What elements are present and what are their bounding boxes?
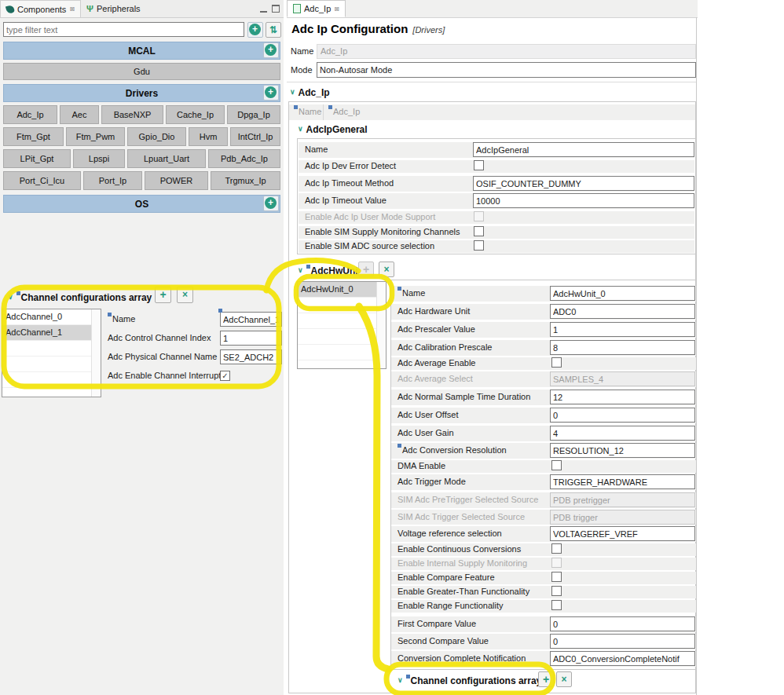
list-item-adcchannel-0[interactable]: AdcChannel_0 (2, 309, 101, 325)
continuous-conversions-checkbox[interactable] (551, 543, 562, 554)
component-button-ftm-pwm[interactable]: Ftm_Pwm (66, 127, 125, 146)
field-label: Adc User Offset (397, 408, 458, 422)
group-header-mcal[interactable]: MCAL (3, 42, 280, 60)
popup-add-channel-button[interactable]: + (155, 287, 171, 303)
drivers-row: Ftm_Gpt Ftm_Pwm Gpio_Dio Hvm IntCtrl_Ip (3, 127, 280, 146)
popup-remove-channel-button[interactable]: × (177, 287, 193, 303)
list-item-adchwunit-0[interactable]: AdcHwUnit_0 (298, 282, 386, 298)
list-item-empty (2, 357, 101, 372)
popup-channel-array-header[interactable]: ∨Channel configurations array (8, 291, 152, 303)
component-button-aec[interactable]: Aec (60, 105, 99, 124)
prescaler-value-input[interactable] (550, 322, 695, 337)
hwunit-name-input[interactable] (550, 286, 695, 301)
section-channel-array[interactable]: ∨Channel configurations array (397, 675, 541, 686)
user-offset-input[interactable] (550, 408, 695, 422)
tab-peripherals-label: Peripherals (97, 4, 141, 13)
maximize-icon[interactable] (272, 5, 280, 13)
group-header-os[interactable]: OS (3, 195, 280, 213)
channel-interrupt-checkbox[interactable]: ✓ (220, 371, 230, 381)
trigger-mode-input[interactable] (550, 474, 695, 489)
mode-select[interactable] (317, 62, 696, 78)
conversion-complete-notification-input[interactable] (550, 651, 695, 666)
sample-time-input[interactable] (550, 390, 695, 404)
component-button-gpio-dio[interactable]: Gpio_Dio (127, 127, 186, 146)
list-item-empty (298, 298, 386, 313)
field-label: Adc Calibration Prescale (397, 340, 492, 355)
tab-close-icon[interactable]: ⊠ (334, 5, 339, 13)
calibration-prescale-input[interactable] (550, 340, 695, 355)
component-button-intctrl-ip[interactable]: IntCtrl_Ip (230, 127, 280, 146)
component-button-basenxp[interactable]: BaseNXP (101, 105, 163, 124)
component-button-ftm-gpt[interactable]: Ftm_Gpt (3, 127, 64, 146)
name-row-label: Name (291, 44, 313, 59)
second-compare-input[interactable] (550, 634, 695, 649)
tab-peripherals[interactable]: Ψ Peripherals (81, 1, 146, 17)
component-button-lpit-gpt[interactable]: LPit_Gpt (3, 149, 71, 168)
modified-marker-icon (294, 105, 298, 109)
list-scrollbar[interactable] (91, 309, 101, 397)
component-button-power[interactable]: POWER (145, 171, 208, 190)
component-button-hvm[interactable]: Hvm (189, 127, 228, 146)
dma-enable-checkbox[interactable] (551, 460, 562, 470)
channel-index-input[interactable] (220, 331, 282, 346)
mode-row-label: Mode (291, 63, 313, 78)
components-icon (5, 4, 15, 13)
component-button-lpspi[interactable]: Lpspi (73, 149, 125, 168)
peripherals-icon: Ψ (86, 4, 93, 13)
page-title: Adc Ip Configuration[Drivers] (291, 22, 445, 35)
group-header-drivers[interactable]: Drivers (3, 84, 280, 102)
component-button-adc-ip[interactable]: Adc_Ip (3, 105, 57, 124)
user-mode-support-checkbox (474, 211, 484, 221)
component-button-cache-ip[interactable]: Cache_Ip (166, 105, 225, 124)
minimize-icon[interactable] (260, 5, 267, 13)
sort-button[interactable]: ⇅ (266, 22, 281, 38)
list-scrollbar[interactable] (376, 282, 386, 368)
component-button-lpuart-uart[interactable]: Lpuart_Uart (127, 149, 206, 168)
modified-marker-icon (218, 309, 222, 313)
component-button-port-ci-icu[interactable]: Port_Ci_Icu (3, 171, 81, 190)
section-adc-ip[interactable]: ∨Adc_Ip (290, 87, 330, 98)
filter-input[interactable] (3, 22, 244, 37)
field-label: Adc Ip Timeout Value (305, 193, 387, 208)
component-button-gdu[interactable]: Gdu (3, 63, 280, 80)
field-label: Adc Ip Timeout Method (305, 176, 394, 191)
trigger-source-input (550, 510, 695, 525)
channel-array-remove-button[interactable]: × (556, 671, 572, 687)
dev-error-detect-checkbox[interactable] (474, 160, 484, 170)
channel-name-input[interactable] (220, 312, 282, 327)
hwunit-remove-button[interactable]: × (379, 262, 394, 277)
user-gain-input[interactable] (550, 426, 695, 441)
general-name-input[interactable] (473, 142, 694, 157)
tab-components-label: Components (17, 5, 66, 14)
modified-marker-icon (108, 313, 112, 316)
component-button-dpga-ip[interactable]: Dpga_Ip (227, 105, 280, 124)
hardware-unit-input[interactable] (550, 304, 695, 319)
range-functionality-checkbox[interactable] (551, 600, 562, 610)
component-button-trgmux-ip[interactable]: Trgmux_Ip (211, 171, 280, 190)
component-button-port-ip[interactable]: Port_Ip (83, 171, 142, 190)
field-label: Adc Normal Sample Time Duration (397, 390, 530, 404)
field-label: Second Compare Value (397, 634, 489, 649)
sim-supply-monitoring-checkbox[interactable] (474, 226, 484, 236)
field-label: Adc Ip Dev Error Detect (305, 159, 396, 174)
greater-than-checkbox[interactable] (551, 586, 562, 596)
sim-adc-source-checkbox[interactable] (474, 240, 484, 251)
tab-components[interactable]: Components ⊠ (0, 0, 81, 17)
average-enable-checkbox[interactable] (551, 357, 562, 368)
conversion-resolution-input[interactable] (550, 443, 695, 458)
drivers-row: Adc_Ip Aec BaseNXP Cache_Ip Dpga_Ip (3, 105, 280, 124)
list-item-adcchannel-1[interactable]: AdcChannel_1 (2, 325, 101, 341)
tab-adc-ip[interactable]: Adc_Ip ⊠ (287, 0, 346, 17)
voltage-reference-input[interactable] (550, 526, 695, 541)
tab-pin-icon[interactable]: ⊠ (69, 5, 75, 13)
channel-physical-name-input[interactable] (220, 349, 282, 364)
chevron-down-icon: ∨ (298, 266, 303, 274)
compare-feature-checkbox[interactable] (551, 572, 562, 582)
section-adcipgeneral[interactable]: ∨AdcIpGeneral (298, 124, 368, 135)
timeout-value-input[interactable] (473, 193, 694, 208)
timeout-method-input[interactable] (473, 176, 694, 191)
first-compare-input[interactable] (550, 616, 695, 631)
component-button-pdb-adc-ip[interactable]: Pdb_Adc_Ip (208, 149, 280, 168)
channel-array-add-button[interactable]: + (538, 671, 554, 687)
section-adchwunit[interactable]: ∨AdcHwUnit (298, 265, 361, 276)
